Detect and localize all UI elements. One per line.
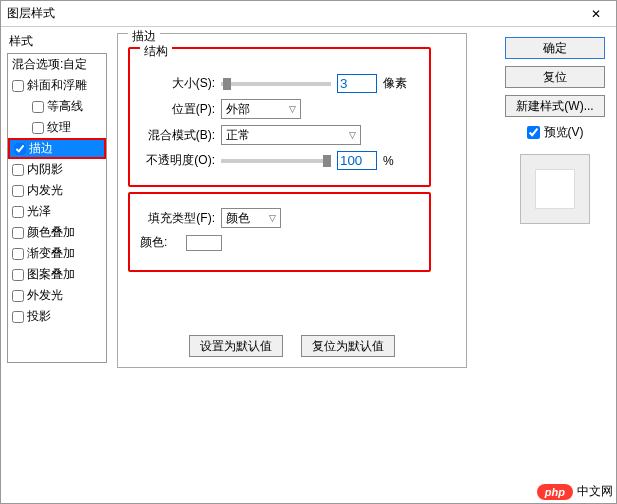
reset-default-button[interactable]: 复位为默认值 (301, 335, 395, 357)
style-item-label: 外发光 (27, 287, 63, 304)
style-item[interactable]: 外发光 (8, 285, 106, 306)
style-checkbox[interactable] (12, 80, 24, 92)
filltype-value: 颜色 (226, 210, 250, 227)
blend-options-label: 混合选项:自定 (12, 56, 87, 73)
style-item-label: 描边 (29, 140, 53, 157)
style-item[interactable]: 渐变叠加 (8, 243, 106, 264)
blendmode-select[interactable]: 正常 ▽ (221, 125, 361, 145)
style-checkbox[interactable] (32, 101, 44, 113)
watermark-badge: php (537, 484, 573, 500)
size-input[interactable] (337, 74, 377, 93)
style-checkbox[interactable] (12, 269, 24, 281)
style-list: 混合选项:自定 斜面和浮雕等高线纹理描边内阴影内发光光泽颜色叠加渐变叠加图案叠加… (7, 53, 107, 363)
style-item[interactable]: 内阴影 (8, 159, 106, 180)
style-item-label: 图案叠加 (27, 266, 75, 283)
blend-options-item[interactable]: 混合选项:自定 (8, 54, 106, 75)
style-item[interactable]: 纹理 (8, 117, 106, 138)
style-item-label: 等高线 (47, 98, 83, 115)
preview-checkbox[interactable] (527, 126, 540, 139)
style-checkbox[interactable] (12, 248, 24, 260)
structure-legend: 结构 (140, 43, 172, 60)
watermark: php 中文网 (537, 483, 613, 500)
opacity-input[interactable] (337, 151, 377, 170)
style-item-label: 渐变叠加 (27, 245, 75, 262)
blendmode-value: 正常 (226, 127, 250, 144)
style-checkbox[interactable] (14, 143, 26, 155)
style-item[interactable]: 颜色叠加 (8, 222, 106, 243)
style-item[interactable]: 等高线 (8, 96, 106, 117)
color-swatch[interactable] (186, 235, 222, 251)
styles-header: 样式 (7, 33, 107, 50)
style-checkbox[interactable] (32, 122, 44, 134)
preview-label: 预览(V) (544, 124, 584, 141)
style-item[interactable]: 光泽 (8, 201, 106, 222)
style-item-label: 光泽 (27, 203, 51, 220)
opacity-label: 不透明度(O): (140, 152, 215, 169)
chevron-down-icon: ▽ (269, 213, 276, 223)
style-item-label: 投影 (27, 308, 51, 325)
style-item[interactable]: 描边 (8, 138, 106, 159)
cancel-button[interactable]: 复位 (505, 66, 605, 88)
style-checkbox[interactable] (12, 290, 24, 302)
ok-button[interactable]: 确定 (505, 37, 605, 59)
fill-fieldset: 填充类型(F): 颜色 ▽ 颜色: (128, 192, 431, 272)
chevron-down-icon: ▽ (349, 130, 356, 140)
style-item[interactable]: 投影 (8, 306, 106, 327)
opacity-slider[interactable] (221, 159, 331, 163)
close-icon[interactable]: ✕ (582, 3, 610, 25)
style-item-label: 斜面和浮雕 (27, 77, 87, 94)
style-item-label: 内阴影 (27, 161, 63, 178)
color-label: 颜色: (140, 234, 180, 251)
window-title: 图层样式 (7, 5, 582, 22)
blend-label: 混合模式(B): (140, 127, 215, 144)
style-item-label: 内发光 (27, 182, 63, 199)
watermark-text: 中文网 (577, 483, 613, 500)
style-checkbox[interactable] (12, 311, 24, 323)
opacity-unit: % (383, 154, 394, 168)
preview-checkbox-row[interactable]: 预览(V) (527, 124, 584, 141)
size-slider[interactable] (221, 82, 331, 86)
chevron-down-icon: ▽ (289, 104, 296, 114)
style-item-label: 纹理 (47, 119, 71, 136)
stroke-fieldset: 描边 结构 大小(S): 像素 位置(P): 外部 ▽ (117, 33, 467, 368)
set-default-button[interactable]: 设置为默认值 (189, 335, 283, 357)
style-item-label: 颜色叠加 (27, 224, 75, 241)
style-item[interactable]: 图案叠加 (8, 264, 106, 285)
size-unit: 像素 (383, 75, 407, 92)
preview-inner (535, 169, 575, 209)
new-style-button[interactable]: 新建样式(W)... (505, 95, 605, 117)
filltype-select[interactable]: 颜色 ▽ (221, 208, 281, 228)
style-checkbox[interactable] (12, 185, 24, 197)
position-label: 位置(P): (140, 101, 215, 118)
position-value: 外部 (226, 101, 250, 118)
style-item[interactable]: 斜面和浮雕 (8, 75, 106, 96)
style-item[interactable]: 内发光 (8, 180, 106, 201)
structure-fieldset: 结构 大小(S): 像素 位置(P): 外部 ▽ (128, 47, 431, 187)
filltype-label: 填充类型(F): (140, 210, 215, 227)
style-checkbox[interactable] (12, 164, 24, 176)
position-select[interactable]: 外部 ▽ (221, 99, 301, 119)
preview-box (520, 154, 590, 224)
style-checkbox[interactable] (12, 227, 24, 239)
size-label: 大小(S): (140, 75, 215, 92)
style-checkbox[interactable] (12, 206, 24, 218)
